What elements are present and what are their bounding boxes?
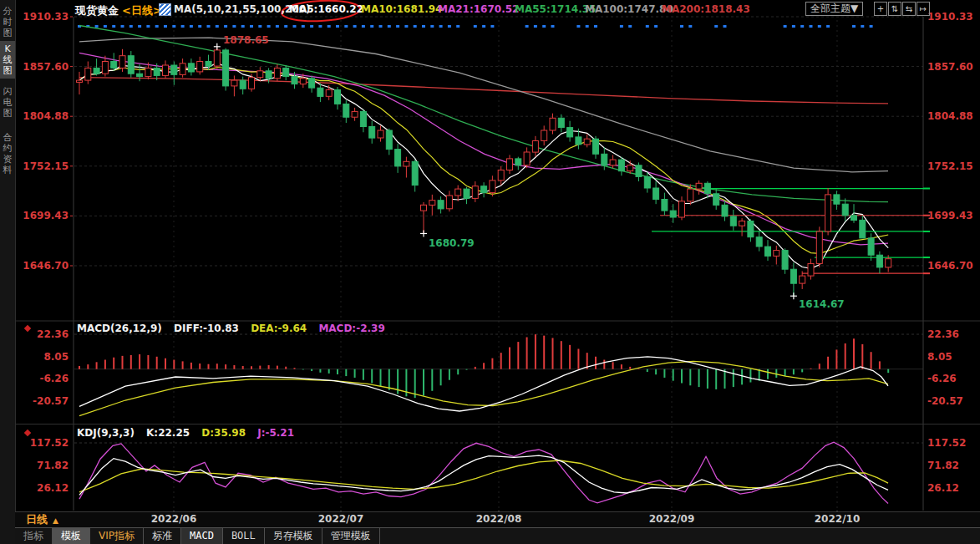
macd-dea-value: DEA:-9.64 [251,323,307,334]
svg-text:1804.88: 1804.88 [927,110,973,122]
svg-text:1614.67: 1614.67 [799,298,845,310]
chart-canvas: 1910.331910.331857.601857.601804.881804.… [0,0,980,544]
expand-bars-icon[interactable]: ⇆ [902,2,916,16]
svg-text:1646.70: 1646.70 [927,260,973,272]
pan-crosshair-icon[interactable]: + [874,2,887,16]
sidebar-item-kline-chart[interactable]: K线图 [0,41,15,79]
svg-text:22.36: 22.36 [927,328,959,340]
timeframe-label: 日线 [26,513,48,526]
chart-type-sidebar: 分时图 K线图 闪电图 合约资料 [0,0,16,544]
svg-text:1857.60: 1857.60 [927,61,973,73]
sidebar-item-lightning-chart[interactable]: 闪电图 [0,84,15,121]
ma21-value: MA21:1670.52 [438,3,519,15]
x-axis-date: 2022/10 [815,513,860,525]
svg-text:26.12: 26.12 [927,482,959,494]
svg-text:71.82: 71.82 [37,460,69,471]
kdj-d-value: D:35.98 [201,427,246,439]
svg-text:1699.43: 1699.43 [23,210,69,221]
tab-boll[interactable]: BOLL [223,528,265,544]
symbol-name: 现货黄金 [75,3,119,18]
shift-chart-icon[interactable]: ↦ [917,2,930,16]
svg-text:117.52: 117.52 [30,437,69,449]
macd-params: MACD(26,12,9) [77,323,162,334]
svg-text:-20.57: -20.57 [927,395,963,407]
ma10-value: MA10:1681.94 [361,3,442,15]
timeframe-arrow-icon: ▲ [53,516,58,525]
macd-diff-value: DIFF:-10.83 [174,323,239,334]
x-axis-date: 2022/08 [476,513,521,525]
tab-vip-indicators[interactable]: VIP指标 [90,528,144,544]
svg-text:1857.60: 1857.60 [23,61,69,73]
x-axis-date: 2022/09 [649,513,694,525]
tab-templates[interactable]: 模板 [53,528,90,544]
x-axis-date-row: 2022/062022/072022/082022/092022/10 [74,511,980,527]
svg-text:71.82: 71.82 [927,460,959,471]
ma100-value: MA100:1747.80 [585,3,673,15]
x-axis-date: 2022/07 [318,513,363,525]
ma55-value: MA55:1714.35 [515,3,596,15]
svg-text:1699.43: 1699.43 [927,210,973,221]
svg-text:1804.88: 1804.88 [23,110,69,122]
kdj-params: KDJ(9,3,3) [77,427,135,439]
svg-text:-6.26: -6.26 [39,373,69,384]
macd-panel-header: MACD(26,12,9) DIFF:-10.83 DEA:-9.64 MACD… [77,323,394,334]
tab-indicators[interactable]: 指标 [15,528,53,544]
kdj-j-value: J:-5.21 [257,427,294,439]
macd-macd-value: MACD:-2.39 [318,323,384,334]
svg-text:8.05: 8.05 [43,351,69,363]
svg-text:8.05: 8.05 [927,351,952,363]
tab-save-template[interactable]: 另存模板 [265,528,322,544]
svg-text:117.52: 117.52 [927,437,966,449]
svg-text:-20.57: -20.57 [33,395,69,407]
svg-text:-6.26: -6.26 [927,373,957,384]
svg-text:1752.15: 1752.15 [23,160,69,172]
svg-text:1878.65: 1878.65 [223,34,269,46]
all-themes-dropdown[interactable]: 全部主题▼ [805,2,863,16]
indicator-flag-icon [159,3,171,16]
svg-text:22.36: 22.36 [37,328,69,340]
svg-text:1680.79: 1680.79 [429,237,475,249]
sidebar-item-contract-info[interactable]: 合约资料 [0,130,15,178]
ma200-value: MA200:1818.43 [662,3,750,15]
compress-bars-icon[interactable]: ⇅ [888,2,901,16]
period-label: <日线> [122,3,162,18]
svg-text:26.12: 26.12 [37,482,69,494]
kdj-panel-header: KDJ(9,3,3) K:22.25 D:35.98 J:-5.21 [77,427,302,439]
tab-macd[interactable]: MACD [181,528,223,544]
tab-standard[interactable]: 标准 [144,528,181,544]
template-tab-bar: 指标 模板 VIP指标 标准 MACD BOLL 另存模板 管理模板 [15,527,980,544]
ma5-value: MA5:1660.22 [289,3,363,15]
tab-manage-template[interactable]: 管理模板 [322,528,380,544]
svg-text:1646.70: 1646.70 [23,260,69,272]
x-axis-date: 2022/06 [151,513,196,525]
kdj-k-value: K:22.25 [146,427,190,439]
svg-text:1752.15: 1752.15 [927,160,973,172]
trading-terminal: 分时图 K线图 闪电图 合约资料 现货黄金 <日线> MA(5,10,21,55… [0,0,980,544]
